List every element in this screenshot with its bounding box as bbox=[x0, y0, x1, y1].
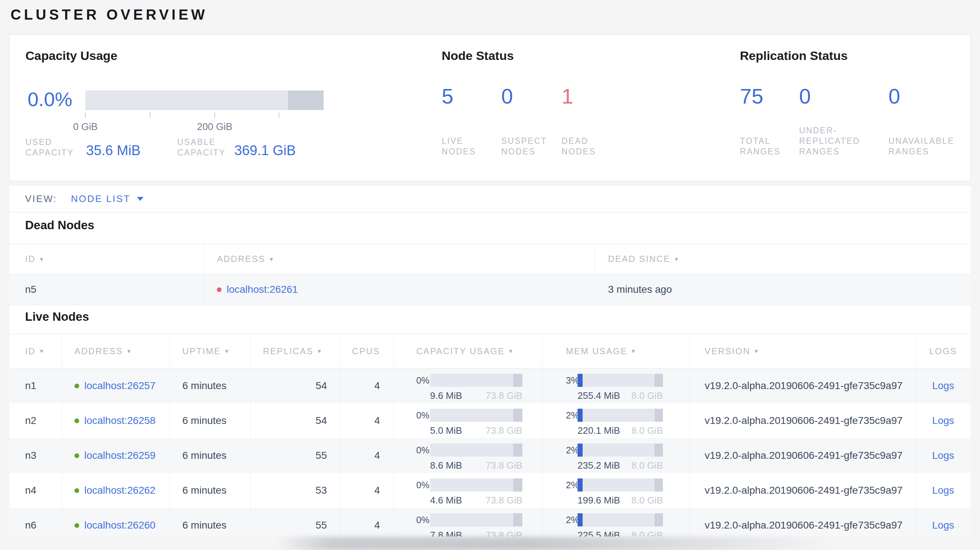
mem-total-value: 8.0 GiB bbox=[631, 460, 663, 471]
capacity-total-value: 73.8 GiB bbox=[486, 425, 522, 436]
node-logs-cell: Logs bbox=[916, 473, 970, 508]
mem-bar-other-segment bbox=[655, 443, 663, 457]
column-header-address[interactable]: ADDRESS ▼ bbox=[62, 334, 170, 368]
view-selected-value: NODE LIST bbox=[71, 193, 130, 205]
capacity-bar bbox=[430, 443, 522, 457]
node-version-cell: v19.2.0-alpha.20190606-2491-gfe735c9a97 bbox=[690, 438, 916, 473]
total-ranges-metric: 75 TOTAL RANGES bbox=[740, 86, 781, 157]
mem-percent: 2% bbox=[566, 445, 578, 456]
node-address-link[interactable]: localhost:26260 bbox=[84, 520, 156, 531]
node-uptime-cell: 6 minutes bbox=[170, 438, 251, 473]
column-header-capacity[interactable]: CAPACITY USAGE ▼ bbox=[394, 334, 542, 368]
mem-percent: 2% bbox=[566, 515, 578, 525]
mem-total-value: 8.0 GiB bbox=[631, 425, 663, 436]
live-nodes-count: 5 bbox=[442, 86, 476, 107]
logs-link[interactable]: Logs bbox=[932, 380, 954, 392]
node-logs-cell: Logs bbox=[916, 438, 970, 473]
cluster-summary-panel: Capacity Usage 0.0% 0 GiB 200 GiB USED C… bbox=[10, 35, 970, 181]
node-cpus-cell: 4 bbox=[340, 508, 394, 537]
node-address-link[interactable]: localhost:26262 bbox=[84, 485, 156, 496]
node-id-cell: n6 bbox=[10, 508, 62, 537]
sort-caret-icon: ▼ bbox=[224, 348, 230, 354]
replication-status-title: Replication Status bbox=[740, 49, 848, 63]
column-header-version[interactable]: VERSION ▼ bbox=[690, 334, 916, 368]
live-node-row: n1 localhost:26257 6 minutes 54 4 0% 9.6… bbox=[10, 368, 970, 403]
axis-tick bbox=[150, 112, 150, 118]
column-header-label: MEM USAGE bbox=[566, 346, 627, 356]
column-header-daddress[interactable]: ADDRESS ▼ bbox=[205, 244, 595, 274]
dead-nodes-title: Dead Nodes bbox=[25, 218, 94, 232]
node-address-cell: localhost:26257 bbox=[62, 368, 170, 403]
capacity-used-value: 7.8 MiB bbox=[430, 530, 462, 537]
capacity-bar-other-segment bbox=[513, 374, 522, 387]
sort-caret-icon: ▼ bbox=[39, 348, 45, 354]
node-address-link[interactable]: localhost:26261 bbox=[227, 284, 298, 295]
mem-used-value: 255.4 MiB bbox=[578, 390, 620, 401]
sort-caret-icon: ▼ bbox=[317, 348, 323, 354]
node-mem-cell: 2% 220.1 MiB 8.0 GiB bbox=[542, 403, 690, 438]
view-selector-dropdown[interactable]: NODE LIST bbox=[71, 193, 143, 205]
node-capacity-cell: 0% 8.6 MiB 73.8 GiB bbox=[394, 438, 542, 473]
node-address-link[interactable]: localhost:26259 bbox=[84, 450, 156, 461]
node-cpus-cell: 4 bbox=[340, 368, 394, 403]
logs-link[interactable]: Logs bbox=[932, 415, 954, 426]
column-header-uptime[interactable]: UPTIME ▼ bbox=[170, 334, 251, 368]
usable-capacity-value: 369.1 GiB bbox=[234, 143, 296, 158]
node-id-cell: n5 bbox=[10, 274, 205, 305]
column-header-mem[interactable]: MEM USAGE ▼ bbox=[542, 334, 690, 368]
node-address-link[interactable]: localhost:26258 bbox=[84, 415, 156, 426]
node-logs-cell: Logs bbox=[916, 368, 970, 403]
capacity-percent: 0% bbox=[416, 375, 430, 386]
column-header-did[interactable]: ID ▼ bbox=[10, 244, 205, 274]
dead-nodes-metric: 1 DEAD NODES bbox=[562, 86, 596, 157]
node-status-dot-icon bbox=[75, 453, 79, 458]
sort-caret-icon: ▼ bbox=[39, 256, 45, 262]
capacity-total-value: 73.8 GiB bbox=[486, 530, 522, 537]
under-replicated-count: 0 bbox=[799, 86, 860, 107]
column-header-label: CPUS bbox=[352, 346, 380, 356]
unavailable-ranges-label: UNAVAILABLE RANGES bbox=[888, 136, 954, 157]
sort-caret-icon: ▼ bbox=[631, 348, 637, 354]
capacity-used-value: 4.6 MiB bbox=[430, 495, 462, 506]
node-replicas-cell: 54 bbox=[251, 403, 340, 438]
live-nodes-title: Live Nodes bbox=[25, 310, 89, 324]
node-replicas-cell: 55 bbox=[251, 438, 340, 473]
column-header-label: ADDRESS bbox=[75, 346, 123, 356]
total-ranges-count: 75 bbox=[740, 86, 781, 107]
node-id-cell: n2 bbox=[10, 403, 62, 438]
node-status-dot-icon bbox=[75, 384, 79, 388]
column-header-replicas[interactable]: REPLICAS ▼ bbox=[251, 334, 340, 368]
node-status-dot-icon bbox=[217, 287, 221, 292]
logs-link[interactable]: Logs bbox=[932, 450, 954, 461]
sort-caret-icon: ▼ bbox=[508, 348, 514, 354]
node-version-cell: v19.2.0-alpha.20190606-2491-gfe735c9a97 bbox=[690, 473, 916, 508]
mem-bar-fill bbox=[578, 409, 582, 422]
capacity-used-value: 8.6 MiB bbox=[430, 460, 462, 471]
node-replicas-cell: 55 bbox=[251, 508, 340, 537]
dead-nodes-table: ID ▼ ADDRESS ▼ DEAD SINCE ▼ n5 localhost… bbox=[10, 244, 970, 305]
column-header-label: REPLICAS bbox=[263, 346, 313, 356]
node-replicas-cell: 53 bbox=[251, 473, 340, 508]
logs-link[interactable]: Logs bbox=[932, 485, 954, 496]
dead-nodes-header-row: ID ▼ ADDRESS ▼ DEAD SINCE ▼ bbox=[10, 244, 970, 274]
capacity-percent: 0% bbox=[416, 445, 430, 456]
mem-bar-other-segment bbox=[655, 374, 663, 387]
node-version-cell: v19.2.0-alpha.20190606-2491-gfe735c9a97 bbox=[690, 368, 916, 403]
column-header-label: ADDRESS bbox=[217, 254, 266, 264]
node-version-cell: v19.2.0-alpha.20190606-2491-gfe735c9a97 bbox=[690, 508, 916, 537]
node-capacity-cell: 0% 7.8 MiB 73.8 GiB bbox=[394, 508, 542, 537]
capacity-percent: 0% bbox=[416, 515, 430, 525]
dead-nodes-count: 1 bbox=[562, 86, 596, 107]
node-uptime-cell: 6 minutes bbox=[170, 403, 251, 438]
node-address-link[interactable]: localhost:26257 bbox=[84, 380, 156, 392]
capacity-total-value: 73.8 GiB bbox=[486, 390, 522, 401]
node-logs-cell: Logs bbox=[916, 508, 970, 537]
mem-bar bbox=[578, 409, 663, 422]
logs-link[interactable]: Logs bbox=[932, 520, 954, 531]
mem-percent: 2% bbox=[566, 480, 578, 490]
mem-bar-fill bbox=[578, 513, 582, 526]
column-header-dsince[interactable]: DEAD SINCE ▼ bbox=[595, 244, 970, 274]
capacity-bar-other-segment bbox=[513, 409, 522, 422]
column-header-id[interactable]: ID ▼ bbox=[10, 334, 62, 368]
node-logs-cell: Logs bbox=[916, 403, 970, 438]
